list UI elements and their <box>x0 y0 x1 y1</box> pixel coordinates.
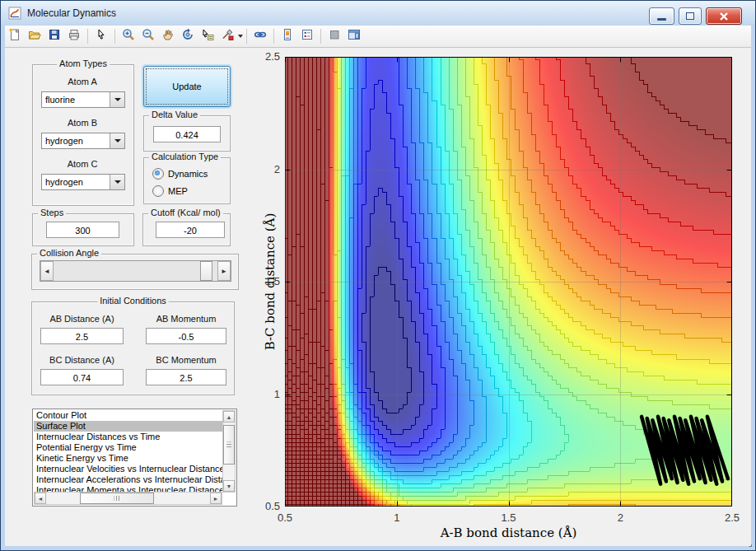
steps-panel: Steps 300 <box>32 213 134 246</box>
chevron-down-icon <box>114 180 121 184</box>
radio-dynamics-icon[interactable] <box>152 168 164 180</box>
save-figure-button[interactable] <box>45 27 63 45</box>
list-item[interactable]: Internuclear Accelerations vs Internucle… <box>34 474 222 485</box>
radio-mep[interactable]: MEP <box>152 185 188 197</box>
x-tick-label: 2 <box>606 511 634 524</box>
list-item[interactable]: Internuclear Velocities vs Internuclear … <box>34 464 222 474</box>
horizontal-scroll-thumb[interactable] <box>80 493 154 504</box>
update-button[interactable]: Update <box>143 66 231 107</box>
data-cursor-button[interactable] <box>198 27 217 45</box>
toolbar-separator <box>87 29 88 44</box>
atom-a-label: Atom A <box>33 77 132 86</box>
atom-c-value: hydrogen <box>45 177 83 187</box>
atom-c-label: Atom C <box>33 159 132 169</box>
new-figure-button[interactable] <box>6 27 24 45</box>
brush-data-icon <box>221 28 234 44</box>
atom-a-dropdown[interactable]: fluorine <box>41 91 125 108</box>
toolbar-separator <box>114 29 115 44</box>
scroll-down-button[interactable]: ▼ <box>223 480 235 492</box>
vertical-scroll-thumb[interactable] <box>223 425 235 465</box>
list-item[interactable]: Kinetic Energy vs Time <box>34 453 222 464</box>
radio-dynamics-label: Dynamics <box>168 169 208 179</box>
window-title: Molecular Dynamics <box>27 7 116 19</box>
hide-plot-tools-button[interactable] <box>325 27 343 45</box>
brush-data-button[interactable] <box>218 27 236 45</box>
horizontal-scrollbar[interactable]: ◄ ► <box>34 492 222 505</box>
atom-types-title: Atom Types <box>57 58 110 68</box>
app-icon <box>8 7 21 20</box>
zoom-in-button[interactable] <box>119 27 138 45</box>
list-item[interactable]: Contour Plot <box>34 410 222 421</box>
radio-mep-label: MEP <box>168 186 188 196</box>
ab-distance-field[interactable]: 2.5 <box>40 328 124 344</box>
insert-colorbar-icon <box>281 28 294 44</box>
print-figure-icon <box>68 28 81 44</box>
open-file-icon <box>28 28 41 44</box>
toolbar-separator <box>320 29 321 44</box>
slider-left-arrow[interactable]: ◄ <box>40 261 54 281</box>
scroll-up-button[interactable]: ▲ <box>223 411 235 423</box>
zoom-out-button[interactable] <box>139 27 157 45</box>
open-file-button[interactable] <box>26 27 44 45</box>
list-item[interactable]: Internuclear Distances vs Time <box>34 432 222 442</box>
radio-dynamics[interactable]: Dynamics <box>152 168 208 180</box>
atom-a-dropdown-button[interactable] <box>110 92 124 107</box>
pan-button[interactable] <box>159 27 177 45</box>
atom-b-value: hydrogen <box>45 136 83 146</box>
title-bar[interactable]: Molecular Dynamics <box>1 1 755 25</box>
insert-colorbar-button[interactable] <box>278 27 296 45</box>
list-item[interactable]: Potential Energy vs Time <box>34 442 222 453</box>
atom-b-dropdown-button[interactable] <box>110 133 124 148</box>
edit-plot-button[interactable] <box>92 27 110 45</box>
link-plot-button[interactable] <box>251 27 269 45</box>
close-button[interactable] <box>706 7 742 25</box>
edit-plot-icon <box>95 28 108 44</box>
steps-field[interactable]: 300 <box>46 222 119 238</box>
cutoff-panel: Cutoff (Kcal/ mol) -20 <box>142 213 231 246</box>
zoom-in-icon <box>122 28 135 44</box>
scroll-left-button[interactable]: ◄ <box>35 493 46 504</box>
delta-value-field[interactable]: 0.424 <box>153 126 221 142</box>
minimize-button[interactable] <box>649 7 674 25</box>
show-plot-tools-dock-button[interactable] <box>345 27 363 45</box>
atom-b-dropdown[interactable]: hydrogen <box>41 133 125 149</box>
x-tick-label: 0.5 <box>271 511 299 524</box>
rotate-3d-button[interactable] <box>179 27 197 45</box>
ab-distance-label: AB Distance (A) <box>40 314 124 324</box>
rotate-3d-icon <box>181 28 194 44</box>
slider-right-arrow[interactable]: ► <box>217 261 231 281</box>
y-tick-label: 2.5 <box>255 50 280 63</box>
slider-thumb[interactable] <box>200 261 212 281</box>
plot-type-listbox[interactable]: Contour PlotSurface PlotInternuclear Dis… <box>32 409 237 507</box>
radio-mep-icon[interactable] <box>152 185 164 197</box>
collision-angle-slider[interactable]: ◄ ► <box>40 260 231 282</box>
collision-angle-title: Collision Angle <box>37 248 101 258</box>
minimize-icon <box>657 18 666 21</box>
print-figure-button[interactable] <box>65 27 83 45</box>
bc-momentum-label: BC Momentum <box>146 355 226 365</box>
thumb-grip <box>226 442 231 448</box>
save-figure-icon <box>48 28 61 44</box>
x-tick-label: 1 <box>383 511 411 524</box>
chevron-down-icon[interactable] <box>238 35 243 38</box>
atom-c-dropdown-button[interactable] <box>110 175 124 189</box>
insert-legend-button[interactable] <box>298 27 316 45</box>
cutoff-field[interactable]: -20 <box>156 222 225 238</box>
atom-c-dropdown[interactable]: hydrogen <box>41 174 125 190</box>
contour-plot-canvas[interactable] <box>285 57 732 507</box>
delta-value-title: Delta Value <box>149 110 200 119</box>
x-tick-label: 1.5 <box>495 511 523 524</box>
insert-legend-icon <box>301 28 314 44</box>
vertical-scrollbar[interactable]: ▲ ▼ <box>222 410 236 493</box>
list-item[interactable]: Surface Plot <box>34 421 222 432</box>
hide-plot-tools-icon <box>328 28 341 44</box>
bc-distance-field[interactable]: 0.74 <box>40 369 124 385</box>
link-plot-icon <box>254 28 267 44</box>
y-tick-label: 1 <box>255 388 280 400</box>
bc-momentum-field[interactable]: 2.5 <box>146 369 226 385</box>
restore-button[interactable] <box>679 7 702 25</box>
collision-angle-panel: Collision Angle ◄ ► <box>31 254 239 290</box>
ab-momentum-field[interactable]: -0.5 <box>146 328 226 344</box>
close-icon <box>719 12 729 21</box>
scroll-right-button[interactable]: ► <box>210 493 222 504</box>
